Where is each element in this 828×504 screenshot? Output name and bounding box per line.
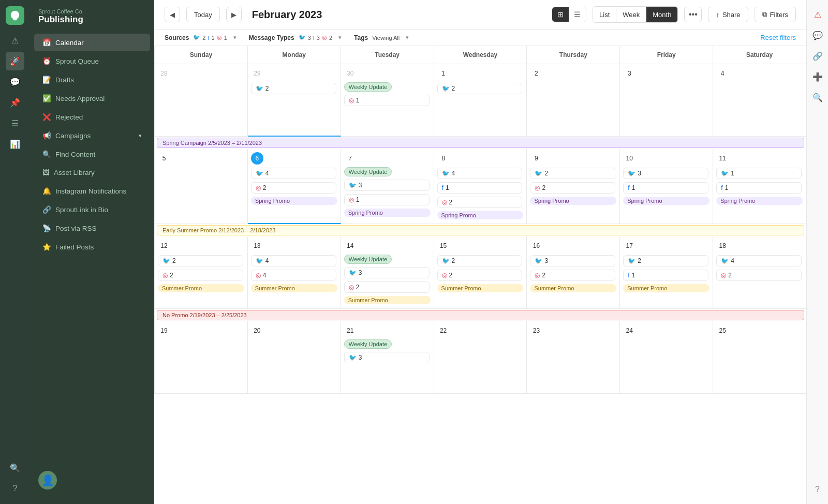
summer-promo-tag[interactable]: Summer Promo [251,284,337,292]
summer-promo-tag[interactable]: Summer Promo [623,284,709,292]
cell-feb8[interactable]: 8 🐦 4 f 1 ◎ 2 Spring Promo [434,149,527,224]
post-badge-facebook[interactable]: f 1 [716,182,802,194]
post-badge-twitter[interactable]: 🐦 3 [344,267,430,278]
cell-feb5[interactable]: 5 [155,149,248,224]
nav-item-post-via-rss[interactable]: 📡 Post via RSS [34,219,150,237]
nav-item-campaigns[interactable]: 📢 Campaigns ▾ [34,127,150,144]
post-badge-twitter[interactable]: 🐦 4 [716,255,802,266]
post-badge-facebook[interactable]: f 1 [623,182,708,194]
cell-feb20[interactable]: 20 [248,321,341,394]
cell-feb16[interactable]: 16 🐦 3 ◎ 2 Summer Promo [527,236,620,309]
post-badge-twitter[interactable]: 🐦 3 [344,352,430,363]
tags-filter[interactable]: Tags Viewing All ▾ [354,34,409,41]
month-view-button[interactable]: Month [646,7,677,22]
post-badge-twitter[interactable]: 🐦 2 [437,255,523,266]
nav-item-failed-posts[interactable]: ⭐ Failed Posts [34,238,150,256]
nopromo-campaign-banner[interactable]: No Promo 2/19/2023 – 2/25/2023 [157,310,804,320]
weekly-update-tag[interactable]: Weekly Update [344,339,392,349]
post-badge-instagram[interactable]: ◎ 2 [158,270,243,281]
spring-promo-tag[interactable]: Spring Promo [716,197,803,205]
post-badge-instagram[interactable]: ◎ 2 [251,182,336,194]
post-badge-twitter[interactable]: 🐦 2 [158,255,243,266]
link-icon-button[interactable]: 🔗 [809,48,826,64]
cell-feb22[interactable]: 22 [434,321,527,394]
summer-promo-tag[interactable]: Summer Promo [158,284,244,292]
view-list-button[interactable]: ☰ [569,7,586,22]
post-badge-instagram[interactable]: ◎ 2 [344,281,430,293]
cell-feb7[interactable]: 7 Weekly Update 🐦 3 ◎ 1 Spring Promo [341,149,434,224]
summer-promo-tag[interactable]: Summer Promo [530,284,616,292]
cell-feb19[interactable]: 19 [155,321,248,394]
cell-feb24[interactable]: 24 [620,321,713,394]
cell-feb2[interactable]: 2 [527,64,620,137]
today-button[interactable]: Today [186,7,220,22]
post-badge-twitter[interactable]: 🐦 3 [530,255,615,266]
search-icon-button[interactable]: 🔍 [809,89,826,106]
sidebar-icon-tasks[interactable]: ☰ [6,114,24,132]
sidebar-icon-help[interactable]: ? [6,479,24,498]
message-types-filter[interactable]: Message Types 🐦 3 f 3 ◎ 2 ▾ [249,34,342,41]
cell-feb23[interactable]: 23 [527,321,620,394]
weekly-update-tag[interactable]: Weekly Update [344,255,392,264]
post-badge-instagram[interactable]: ◎ 2 [437,270,523,281]
nav-item-sprout-queue[interactable]: ⏰ Sprout Queue [34,52,150,70]
nav-item-instagram-notifications[interactable]: 🔔 Instagram Notifications [34,182,150,200]
spring-promo-tag[interactable]: Spring Promo [344,209,431,217]
prev-month-button[interactable]: ◀ [165,7,180,22]
summer-promo-tag[interactable]: Summer Promo [437,284,524,292]
post-badge-twitter[interactable]: 🐦 4 [437,168,523,179]
spring-campaign-banner[interactable]: Spring Campaign 2/5/2023 – 2/11/2023 [157,138,804,148]
summer-promo-tag[interactable]: Summer Promo [344,296,431,304]
add-icon-button[interactable]: ➕ [809,68,826,85]
nav-item-sproutlink[interactable]: 🔗 SproutLink in Bio [34,201,150,218]
cell-feb9[interactable]: 9 🐦 2 ◎ 2 Spring Promo [527,149,620,224]
post-badge-facebook[interactable]: f 1 [437,182,523,194]
cell-jan30[interactable]: 30 Weekly Update ◎ 1 [341,64,434,137]
cell-feb3[interactable]: 3 [620,64,713,137]
spring-promo-tag[interactable]: Spring Promo [251,197,337,205]
cell-feb14[interactable]: 14 Weekly Update 🐦 3 ◎ 2 Summer Promo [341,236,434,309]
post-badge-instagram[interactable]: ◎ 2 [437,197,523,208]
post-badge-twitter[interactable]: 🐦 1 [716,168,802,179]
more-options-button[interactable]: ••• [684,7,702,22]
nav-item-find-content[interactable]: 🔍 Find Content [34,145,150,163]
post-badge-instagram[interactable]: ◎ 1 [344,95,430,106]
sidebar-icon-search[interactable]: 🔍 [6,458,24,477]
week-view-button[interactable]: Week [616,7,646,22]
spring-promo-tag[interactable]: Spring Promo [437,211,524,219]
cell-feb21[interactable]: 21 Weekly Update 🐦 3 [341,321,434,394]
nav-item-rejected[interactable]: ❌ Rejected [34,108,150,126]
post-badge-twitter[interactable]: 🐦 4 [251,168,336,179]
help-icon-button[interactable]: ? [809,481,826,498]
next-month-button[interactable]: ▶ [226,7,242,22]
spring-promo-tag[interactable]: Spring Promo [623,197,709,205]
cell-jan29[interactable]: 29 🐦 2 [248,64,341,137]
cell-feb17[interactable]: 17 🐦 2 f 1 Summer Promo [620,236,713,309]
cell-feb15[interactable]: 15 🐦 2 ◎ 2 Summer Promo [434,236,527,309]
post-badge-twitter[interactable]: 🐦 2 [251,83,336,94]
post-badge-twitter[interactable]: 🐦 2 [437,83,523,94]
cell-feb13[interactable]: 13 🐦 4 ◎ 4 Summer Promo [248,236,341,309]
nav-item-asset-library[interactable]: 🖼 Asset Library [34,164,150,181]
view-grid-button[interactable]: ⊞ [552,7,569,22]
sidebar-icon-pin[interactable]: 📌 [6,93,24,112]
sidebar-icon-publish[interactable]: 🚀 [6,52,24,70]
nav-item-calendar[interactable]: 📅 Calendar [34,34,150,51]
filters-button[interactable]: ⧉ Filters [755,7,796,22]
cell-feb10[interactable]: 10 🐦 3 f 1 Spring Promo [620,149,713,224]
nav-item-needs-approval[interactable]: ✅ Needs Approval [34,90,150,107]
weekly-update-tag[interactable]: Weekly Update [344,82,392,92]
cell-feb1[interactable]: 1 🐦 2 [434,64,527,137]
post-badge-twitter[interactable]: 🐦 3 [623,168,708,179]
post-badge-instagram[interactable]: ◎ 4 [251,270,336,281]
cell-feb18[interactable]: 18 🐦 4 ◎ 2 [713,236,806,309]
alert-icon-button[interactable]: ⚠ [809,6,826,23]
app-logo[interactable] [6,6,24,25]
cell-feb11[interactable]: 11 🐦 1 f 1 Spring Promo [713,149,806,224]
user-avatar-area[interactable]: 👤 [30,465,154,496]
sources-filter[interactable]: Sources 🐦 2 f 1 ◎ 1 ▾ [165,34,236,41]
nav-item-drafts[interactable]: 📝 Drafts [34,71,150,88]
post-badge-instagram[interactable]: ◎ 2 [530,182,615,194]
post-badge-twitter[interactable]: 🐦 3 [344,180,430,191]
sidebar-icon-alert[interactable]: ⚠ [6,31,24,50]
